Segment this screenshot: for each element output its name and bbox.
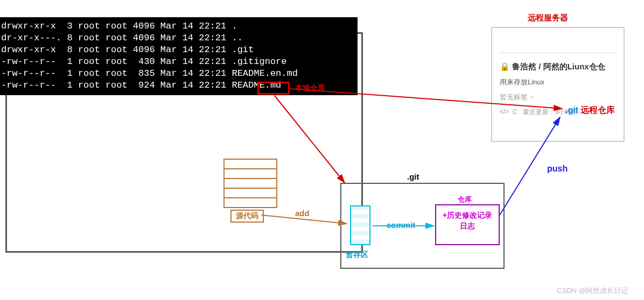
plus-icon: + — [530, 93, 534, 101]
source-stack — [223, 159, 277, 207]
watermark: CSDN @阿然成长日记 — [557, 286, 628, 296]
repo-text2: 日志 — [436, 220, 499, 231]
stack-cell — [223, 188, 277, 198]
remote-title: 远程服务器 — [528, 13, 568, 23]
staging-label: 暂存区 — [346, 250, 368, 260]
remote-server-box: 🔒 鲁浩然 / 阿然的Liunx仓仓 用来存放Linux 暂无标签 + </> … — [491, 27, 625, 142]
stack-cell — [223, 168, 277, 179]
stack-cell — [223, 178, 277, 189]
repo-text1: +历史修改记录 — [436, 205, 499, 220]
remote-repo-name: 🔒 鲁浩然 / 阿然的Liunx仓仓 — [500, 62, 616, 72]
stack-cell — [223, 159, 277, 169]
add-label: add — [295, 209, 310, 218]
git-folder-highlight — [257, 82, 290, 95]
push-label: push — [547, 164, 568, 174]
source-code-label: 源代码 — [230, 210, 264, 223]
git-box-title: .git — [407, 172, 419, 181]
history-repo-box: +历史修改记录 日志 — [435, 204, 500, 245]
remote-tags: 暂无标签 + — [500, 92, 616, 102]
repo-top-label: 仓库 — [458, 195, 472, 204]
commit-label: commit — [387, 220, 415, 230]
remote-git-label: .git 远程仓库 — [565, 105, 615, 116]
local-repo-label: 本地仓库 — [295, 83, 325, 93]
code-icon: </> — [500, 108, 509, 116]
remote-description: 用来存放Linux — [500, 77, 616, 87]
lock-icon: 🔒 — [500, 62, 510, 71]
staging-area — [350, 205, 370, 245]
stack-cell — [223, 197, 277, 208]
